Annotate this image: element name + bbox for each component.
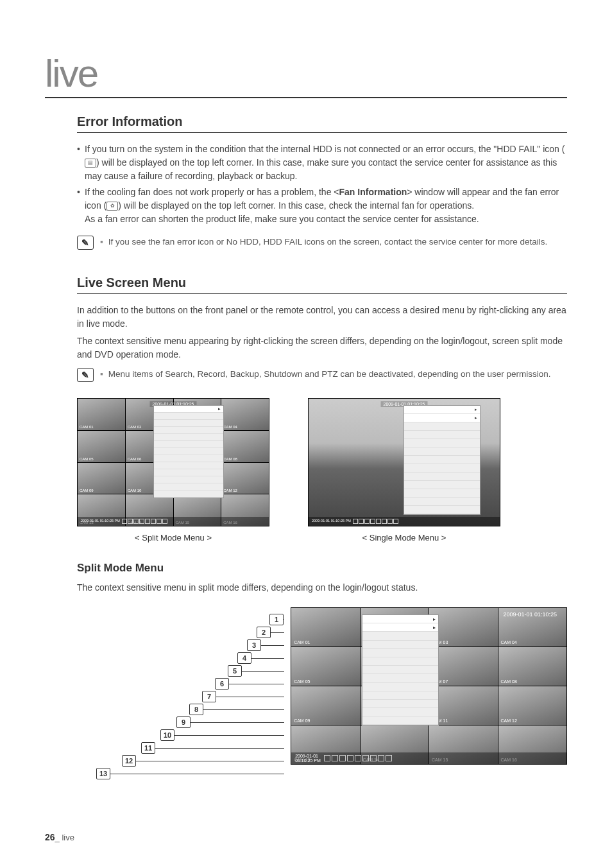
- callout-13: 13: [77, 768, 284, 779]
- callout-2: 2: [77, 627, 284, 638]
- camera-tile: CAM 08: [498, 647, 566, 686]
- camera-tile: CAM 05: [78, 431, 125, 462]
- section-rule: [77, 132, 567, 133]
- context-menu: ▸: [153, 405, 224, 498]
- split-mode-screenshot: CAM 01CAM 02CAM 03CAM 04CAM 05CAM 06CAM …: [77, 398, 269, 526]
- callout-1: 1: [77, 614, 284, 625]
- bottom-toolbar: 2009-01-01 01:10:25 PM: [78, 517, 269, 526]
- note-icon: [77, 368, 94, 382]
- live-menu-heading: Live Screen Menu: [77, 275, 567, 290]
- callout-8: 8: [77, 704, 284, 715]
- split-mode-p1: The context sensitive menu in split mode…: [77, 581, 567, 595]
- callout-3: 3: [77, 639, 284, 651]
- timestamp: 2009-01-01 01:10:25: [503, 611, 557, 618]
- camera-tile: CAM 08: [221, 431, 269, 462]
- note-icon: [77, 236, 94, 250]
- fan-error-icon: ✿: [106, 202, 118, 211]
- camera-tile: CAM 01: [291, 608, 359, 647]
- split-mode-diagram: 12345678910111213 CAM 01CAM 02CAM 03CAM …: [77, 607, 567, 781]
- camera-tile: CAM 05: [291, 647, 359, 686]
- error-bullets: If you turn on the system in the conditi…: [77, 143, 567, 226]
- bottom-toolbar: 2009-01-01 01:10:25 PM: [291, 752, 566, 764]
- page-title: live: [45, 51, 567, 96]
- split-mode-heading: Split Mode Menu: [77, 562, 567, 575]
- error-note: ▪ If you see the fan error icon or No HD…: [77, 236, 567, 250]
- title-rule: [45, 97, 567, 98]
- live-menu-p1: In addition to the buttons on the front …: [77, 304, 567, 331]
- camera-tile: CAM 09: [291, 686, 359, 725]
- error-bullet-1: If you turn on the system in the conditi…: [77, 143, 567, 183]
- hdd-fail-icon: ▤: [85, 159, 96, 168]
- camera-tile: CAM 11: [429, 686, 497, 725]
- section-rule-2: [77, 293, 567, 294]
- error-note-text: If you see the fan error icon or No HDD,…: [108, 236, 548, 248]
- error-heading: Error Information: [77, 114, 567, 129]
- camera-tile: CAM 12: [221, 463, 269, 494]
- callout-10: 10: [77, 729, 284, 741]
- page-footer: 26_ live: [45, 832, 74, 842]
- live-note: ▪ Menu items of Search, Record, Backup, …: [77, 368, 567, 382]
- callout-11: 11: [77, 742, 284, 754]
- camera-tile: CAM 03: [429, 608, 497, 647]
- callout-4: 4: [77, 652, 284, 664]
- split-mode-diagram-screenshot: CAM 01CAM 02CAM 03CAM 04CAM 05CAM 06CAM …: [291, 607, 567, 765]
- context-menu-labeled: ▸▸: [362, 614, 439, 725]
- single-caption: < Single Mode Menu >: [362, 533, 446, 542]
- camera-tile: CAM 04: [221, 399, 269, 430]
- live-menu-p2: The context sensitive menu appearing by …: [77, 334, 567, 361]
- screenshots-row: CAM 01CAM 02CAM 03CAM 04CAM 05CAM 06CAM …: [77, 398, 567, 542]
- camera-tile: CAM 12: [498, 686, 566, 725]
- callout-9: 9: [77, 716, 284, 728]
- single-mode-screenshot: 2009-01-01 01:10:25 ▸▸ 2009-01-01 01:10:…: [308, 398, 500, 526]
- bottom-toolbar: 2009-01-01 01:10:25 PM: [309, 517, 500, 526]
- camera-tile: CAM 09: [78, 463, 125, 494]
- callout-5: 5: [77, 665, 284, 677]
- error-bullet-2: If the cooling fan does not work properl…: [77, 186, 567, 226]
- note-bullet-icon: ▪: [100, 368, 103, 381]
- live-note-text: Menu items of Search, Record, Backup, Sh…: [108, 368, 551, 381]
- split-caption: < Split Mode Menu >: [135, 533, 212, 542]
- camera-tile: CAM 01: [78, 399, 125, 430]
- callout-7: 7: [77, 691, 284, 702]
- callout-6: 6: [77, 678, 284, 690]
- camera-tile: CAM 07: [429, 647, 497, 686]
- note-bullet-icon: ▪: [100, 236, 103, 248]
- callout-12: 12: [77, 755, 284, 767]
- context-menu: ▸▸: [404, 405, 480, 515]
